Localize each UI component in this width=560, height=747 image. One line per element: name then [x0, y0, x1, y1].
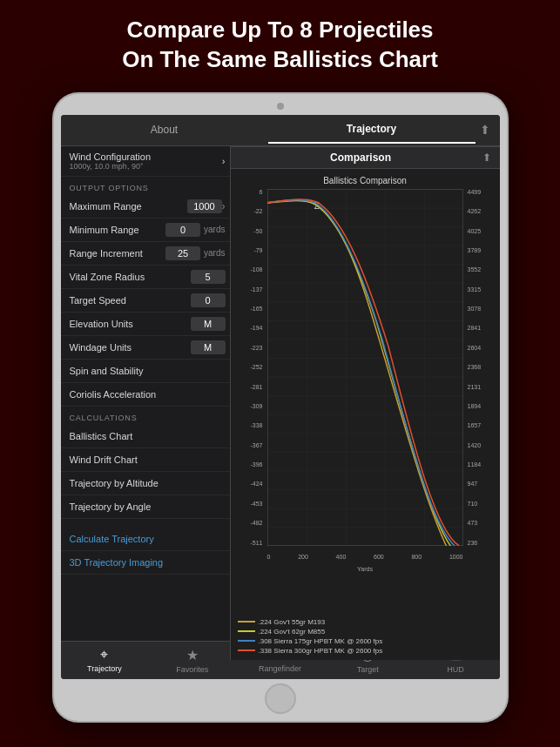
- ipad-screen: About Trajectory ⬆ Wind Configuration 10…: [61, 115, 500, 679]
- legend-item-3: .308 Sierra 175gr HPBT MK @ 2600 fps: [238, 637, 493, 641]
- vital-zone-row: Vital Zone Radius 5: [61, 266, 234, 289]
- spin-stability-item[interactable]: Spin and Stability: [61, 360, 234, 383]
- wind-config-label: Wind Configuration: [70, 151, 152, 162]
- ipad-home-button[interactable]: [265, 683, 296, 714]
- target-speed-label: Target Speed: [70, 295, 191, 306]
- y-axis-left: 6 -22 -50 -79 -108 -137 -165 -194 -223 -…: [235, 189, 266, 546]
- elevation-units-value[interactable]: M: [191, 317, 226, 331]
- legend-color-1: [238, 621, 255, 622]
- range-increment-unit: yards: [204, 248, 225, 258]
- windage-units-label: Windage Units: [70, 342, 191, 353]
- windage-units-row: Windage Units M: [61, 336, 234, 360]
- max-range-row: Maximum Range 1000 ›: [61, 195, 234, 219]
- comparison-share-icon[interactable]: ⬆: [482, 151, 491, 164]
- range-increment-label: Range Increment: [70, 248, 166, 259]
- chart-title: Ballistics Comparison: [235, 176, 496, 185]
- min-range-row: Minimum Range 0 yards: [61, 219, 234, 242]
- chart-container: 6 -22 -50 -79 -108 -137 -165 -194 -223 -…: [235, 189, 496, 572]
- ballistics-chart-item[interactable]: Ballistics Chart: [61, 425, 234, 448]
- screen-body: Wind Configuration 1000y, 10.0 mph, 90° …: [61, 146, 500, 641]
- ipad-frame: About Trajectory ⬆ Wind Configuration 10…: [54, 94, 507, 721]
- target-speed-value[interactable]: 0: [191, 293, 226, 307]
- screen-tabbar: About Trajectory ⬆: [61, 115, 500, 146]
- legend-label-1: .224 Gov't 55gr M193: [259, 618, 326, 626]
- elevation-units-row: Elevation Units M: [61, 313, 234, 336]
- bottom-tab-favorites[interactable]: ★ Favorites: [148, 647, 236, 674]
- trajectory-angle-item[interactable]: Trajectory by Angle: [61, 495, 234, 519]
- min-range-unit: yards: [204, 225, 225, 234]
- wind-drift-chart-item[interactable]: Wind Drift Chart: [61, 448, 234, 472]
- trajectory-altitude-item[interactable]: Trajectory by Altitude: [61, 472, 234, 495]
- bottom-tab-trajectory[interactable]: ⌖ Trajectory: [61, 647, 149, 673]
- windage-units-value[interactable]: M: [191, 340, 226, 354]
- 3d-imaging-btn[interactable]: 3D Trajectory Imaging: [61, 551, 234, 575]
- x-axis: 0 200 400 600 800 1000: [267, 554, 463, 560]
- calculate-trajectory-btn[interactable]: Calculate Trajectory: [61, 528, 234, 551]
- legend-label-2: .224 Gov't 62gr M855: [259, 628, 326, 636]
- y-axis-right: 4499 4262 4025 3789 3552 3315 3078 2841 …: [465, 189, 496, 546]
- ipad-camera: [277, 103, 284, 110]
- calculations-header: CALCULATIONS: [61, 407, 234, 425]
- comparison-overlay: Comparison ⬆ Ballistics Comparison 6 -22…: [235, 146, 500, 641]
- max-range-value[interactable]: 1000: [187, 199, 222, 213]
- elevation-units-label: Elevation Units: [70, 319, 191, 329]
- header-title: Compare Up To 8 Projectiles On The Same …: [35, 16, 525, 75]
- output-options-header: OUTPUT OPTIONS: [61, 177, 234, 195]
- legend-color-2: [238, 630, 255, 632]
- share-icon[interactable]: ⬆: [476, 123, 500, 137]
- legend-item-1: .224 Gov't 55gr M193: [238, 618, 493, 626]
- coriolis-item[interactable]: Coriolis Acceleration: [61, 383, 234, 407]
- vital-zone-value[interactable]: 5: [191, 270, 226, 284]
- range-increment-row: Range Increment 25 yards: [61, 242, 234, 266]
- chart-legend: .224 Gov't 55gr M193 .224 Gov't 62gr M85…: [235, 615, 500, 641]
- wind-config-arrow: ›: [222, 156, 226, 166]
- vital-zone-label: Vital Zone Radius: [70, 272, 191, 282]
- max-range-arrow[interactable]: ›: [222, 200, 226, 212]
- header: Compare Up To 8 Projectiles On The Same …: [0, 0, 560, 87]
- min-range-value[interactable]: 0: [165, 223, 200, 237]
- x-axis-label: Yards: [357, 566, 373, 572]
- wind-config-sub: 1000y, 10.0 mph, 90°: [70, 162, 152, 171]
- favorites-icon: ★: [186, 647, 199, 663]
- chart-plot: Z: [267, 189, 463, 546]
- tab-about[interactable]: About: [61, 117, 268, 143]
- legend-label-3: .308 Sierra 175gr HPBT MK @ 2600 fps: [259, 637, 383, 641]
- grid-background: [267, 189, 463, 546]
- comparison-header: Comparison ⬆: [235, 147, 500, 169]
- chart-area: Ballistics Comparison 6 -22 -50 -79 -108…: [235, 169, 500, 615]
- left-panel: Wind Configuration 1000y, 10.0 mph, 90° …: [61, 146, 235, 641]
- legend-item-2: .224 Gov't 62gr M855: [238, 628, 493, 636]
- comparison-title: Comparison: [240, 151, 482, 164]
- tab-trajectory[interactable]: Trajectory: [268, 116, 476, 144]
- max-range-label: Maximum Range: [70, 201, 187, 212]
- right-panel: Ballistics Calculation ⬆ Input Parameter…: [235, 146, 500, 641]
- target-speed-row: Target Speed 0: [61, 289, 234, 313]
- trajectory-icon: ⌖: [100, 647, 108, 663]
- legend-color-3: [238, 640, 255, 641]
- ballistics-chart-svg: Z: [267, 189, 463, 546]
- range-increment-value[interactable]: 25: [165, 246, 200, 260]
- min-range-label: Minimum Range: [70, 225, 166, 235]
- wind-config-row[interactable]: Wind Configuration 1000y, 10.0 mph, 90° …: [61, 146, 234, 177]
